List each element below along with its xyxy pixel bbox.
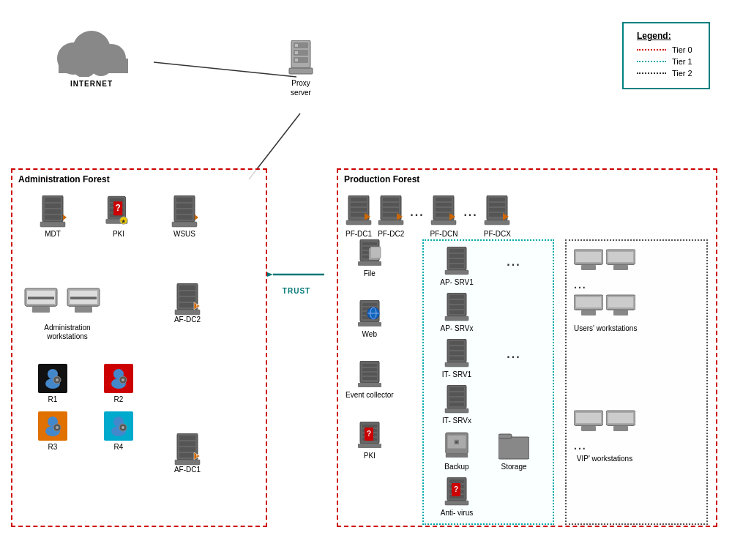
af-dc2-group: ! AF-DC2 — [173, 283, 201, 324]
legend-tier0: Tier 0 — [637, 45, 695, 54]
svg-rect-143 — [613, 426, 628, 431]
svg-rect-119 — [445, 501, 468, 505]
svg-rect-79 — [179, 447, 195, 452]
svg-rect-78 — [179, 441, 195, 446]
storage-label: Storage — [501, 463, 526, 471]
svg-rect-54 — [179, 291, 195, 296]
svg-rect-168 — [489, 198, 505, 201]
tier0-line — [637, 49, 666, 51]
svg-rect-196 — [358, 383, 381, 387]
ap-srvx-label: AP- SRVx — [441, 324, 474, 333]
svg-rect-100 — [449, 356, 464, 360]
vip-ws-icons — [574, 409, 635, 437]
wsus-label: WSUS — [173, 230, 195, 239]
svg-rect-12 — [295, 59, 298, 61]
pf-dc-dots2: ... — [463, 206, 477, 219]
svg-text:▬▬▬: ▬▬▬ — [70, 291, 97, 302]
admin-ws-row: ▬▬▬ ▬▬▬ Administration workstations — [23, 287, 101, 319]
svg-rect-194 — [362, 373, 377, 376]
spacer — [488, 293, 539, 307]
admin-ws1-icon: ▬▬▬ — [23, 287, 59, 319]
r1-label: R1 — [48, 395, 58, 404]
vip-ws-icon1 — [574, 409, 603, 437]
svg-rect-36 — [176, 198, 193, 202]
svg-rect-165 — [431, 220, 456, 225]
internet-cloud: INTERNET — [44, 22, 139, 88]
file-item: File — [346, 239, 394, 278]
svg-rect-20 — [45, 204, 61, 208]
ap-srvx-icon — [444, 293, 469, 322]
r4-person-icon — [108, 415, 130, 437]
svg-rect-193 — [362, 368, 377, 371]
svg-rect-157 — [383, 213, 399, 217]
svg-rect-37 — [176, 204, 193, 208]
svg-rect-103 — [449, 387, 464, 391]
web-label: Web — [362, 330, 377, 339]
backup-item: ▣ Backup — [431, 431, 482, 471]
pf-dc2-item: PF-DC2 — [378, 195, 404, 239]
users-ws-icon1 — [574, 248, 603, 276]
pf-dc-dots-item: ... — [410, 195, 424, 219]
r4-label: R4 — [114, 443, 124, 452]
tier2-line — [637, 72, 666, 74]
wsus-icon — [171, 195, 198, 228]
svg-rect-192 — [362, 364, 377, 367]
svg-rect-94 — [449, 310, 464, 314]
it-dots-item: ... — [488, 339, 539, 379]
prod-forest-title: Production Forest — [338, 170, 716, 189]
af-dc1-group: ! AF-DC1 — [173, 433, 201, 474]
svg-rect-53 — [179, 285, 195, 290]
svg-rect-86 — [449, 254, 464, 258]
svg-rect-162 — [436, 203, 452, 206]
svg-rect-77 — [179, 436, 195, 440]
svg-rect-172 — [485, 220, 509, 225]
file-label: File — [364, 269, 376, 278]
svg-rect-150 — [351, 213, 367, 217]
r3-person-icon — [42, 415, 64, 437]
tier1-zone: AP- SRV1 ... AP- SRVx — [422, 239, 554, 525]
trust-arrow-svg — [267, 264, 326, 285]
antivirus-label: Anti- virus — [441, 509, 473, 518]
r4-item: R4 — [89, 411, 148, 452]
svg-point-67 — [122, 378, 124, 381]
svg-rect-40 — [172, 222, 197, 227]
af-dc1-icon: ! — [173, 433, 201, 466]
svg-rect-129 — [608, 252, 633, 262]
svg-rect-156 — [383, 208, 399, 212]
svg-rect-23 — [40, 222, 65, 227]
svg-rect-95 — [445, 316, 468, 321]
users-ws-group: ... Users' workstations — [574, 248, 637, 333]
web-item: Web — [346, 300, 394, 339]
pki-pf-label: PKI — [364, 452, 376, 460]
af-dc1-label: AF-DC1 — [174, 466, 201, 474]
pf-dc1-icon — [346, 195, 372, 228]
r3-item: R3 — [23, 411, 82, 452]
proxy-label: Proxyserver — [285, 78, 316, 97]
svg-rect-145 — [608, 413, 633, 423]
mdt-label: MDT — [45, 230, 61, 239]
svg-rect-131 — [581, 310, 596, 316]
antivirus-icon: ? — [444, 477, 469, 507]
r4-icon — [104, 411, 133, 441]
svg-rect-87 — [449, 259, 464, 263]
users-ws-label: Users' workstations — [574, 324, 637, 333]
tier1-label: Tier 1 — [672, 57, 692, 66]
admin-forest-top-grid: MDT ? ★ PKI — [23, 195, 214, 239]
tier2-zone: ... Users' workstations — [565, 239, 708, 525]
vip-ws-icon2 — [606, 409, 635, 437]
svg-rect-123 — [581, 265, 596, 270]
pf-dcx-item: PF-DCX — [484, 195, 511, 239]
svg-rect-39 — [176, 215, 193, 220]
vip-ws-label: VIP' workstations — [574, 455, 635, 463]
pf-dc-row: PF-DC1 PF-DC2 ... — [346, 195, 511, 239]
svg-rect-181 — [370, 247, 381, 258]
svg-rect-125 — [576, 252, 601, 262]
pf-dc1-item: PF-DC1 — [346, 195, 372, 239]
svg-rect-202 — [358, 444, 381, 448]
admin-forest: Administration Forest MDT — [11, 168, 267, 527]
svg-rect-141 — [576, 413, 601, 423]
svg-line-14 — [154, 62, 296, 77]
svg-rect-169 — [489, 203, 505, 206]
ap-srv1-item: AP- SRV1 — [431, 247, 482, 287]
svg-rect-112 — [498, 437, 529, 459]
